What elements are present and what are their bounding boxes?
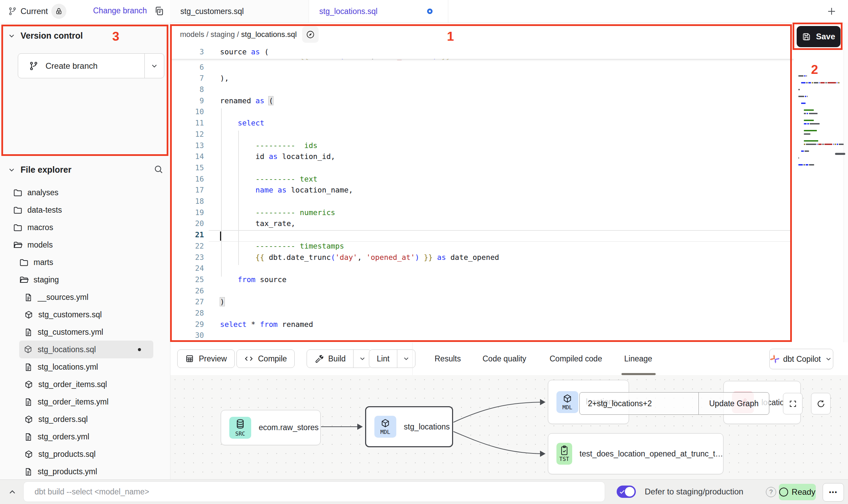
create-branch-button[interactable]: Create branch	[18, 53, 164, 78]
lineage-canvas[interactable]: SRCecom.raw_storesMDLstg_locationsMDLloc…	[170, 375, 848, 479]
help-icon[interactable]: ?	[766, 487, 776, 497]
lineage-node-src[interactable]: SRCecom.raw_stores	[221, 410, 321, 445]
command-input[interactable]: dbt build --select <model_name>	[23, 481, 605, 502]
save-button[interactable]: Save	[797, 26, 840, 47]
lineage-selector-input[interactable]: 2+stg_locations+2	[580, 393, 699, 414]
lineage-node-mdl-main[interactable]: MDLstg_locations	[365, 406, 453, 447]
minimap-line	[807, 113, 808, 114]
file-explorer-header[interactable]: File explorer	[8, 165, 72, 175]
preview-button[interactable]: Preview	[177, 349, 235, 368]
code-editor[interactable]: 5 select * from {{ source('ecom', 'raw_s…	[170, 46, 794, 342]
more-options-button[interactable]: •••	[823, 483, 844, 502]
tab-lineage[interactable]: Lineage	[624, 343, 652, 375]
status-bar: dbt build --select <model_name> Defer to…	[0, 479, 848, 504]
lineage-node-test[interactable]: TSTtest_does_location_opened_at_trunc_t…	[548, 433, 723, 474]
expand-console-button[interactable]	[8, 487, 17, 497]
file-item-stg-products-sql[interactable]: stg_products.sql	[0, 446, 170, 463]
annotation-label-1: 1	[447, 29, 454, 44]
line-number-15: 15	[180, 163, 204, 172]
compile-button[interactable]: Compile	[236, 349, 295, 368]
current-branch-chip[interactable]: Current	[8, 5, 66, 18]
create-branch-dropdown[interactable]	[144, 54, 164, 78]
annotation-label-3: 3	[112, 29, 119, 44]
lint-button[interactable]: Lint	[369, 349, 415, 368]
minimap-line	[809, 113, 818, 114]
editor-minimap[interactable]	[796, 48, 844, 342]
minimap-line	[833, 144, 834, 145]
refresh-button[interactable]	[811, 393, 831, 414]
file-icon	[24, 433, 33, 441]
tab-stg-customers[interactable]: stg_customers.sql	[170, 0, 309, 23]
tab-code-quality[interactable]: Code quality	[483, 343, 526, 375]
minimap-line	[838, 82, 839, 83]
line-number-23: 23	[180, 253, 204, 262]
compile-label: Compile	[258, 354, 287, 363]
code-line-25: from source	[220, 275, 286, 284]
file-item-data-tests[interactable]: data-tests	[0, 201, 170, 219]
line-number-8: 8	[180, 85, 204, 94]
file-item-stg-locations-sql[interactable]: stg_locations.sql	[19, 341, 153, 358]
search-icon[interactable]	[153, 164, 164, 174]
chevron-down-icon	[150, 62, 158, 70]
minimap-line	[801, 150, 804, 152]
file-item-stg-orders-sql[interactable]: stg_orders.sql	[0, 411, 170, 428]
minimap-line	[804, 133, 810, 135]
dbt-copilot-button[interactable]: dbt Copilot	[769, 349, 833, 369]
tab-compiled-code[interactable]: Compiled code	[550, 343, 602, 375]
file-item-stg-order-items-yml[interactable]: stg_order_items.yml	[0, 393, 170, 411]
file-item-stg-orders-yml[interactable]: stg_orders.yml	[0, 428, 170, 446]
update-graph-button[interactable]: Update Graph	[699, 393, 769, 414]
code-line-27: )	[220, 297, 224, 306]
minimap-line	[806, 75, 807, 77]
file-item-stg-customers-yml[interactable]: stg_customers.yml	[0, 323, 170, 341]
breadcrumb-file: stg_locations.sql	[241, 30, 297, 39]
preview-label: Preview	[199, 354, 227, 363]
create-branch-main[interactable]: Create branch	[18, 61, 144, 71]
code-line-14: id as location_id,	[220, 152, 335, 161]
change-branch-link[interactable]: Change branch	[93, 6, 147, 15]
database-badge: SRC	[229, 417, 251, 439]
file-label: macros	[27, 223, 53, 232]
file-label: stg_order_items.sql	[38, 380, 107, 389]
file-item-stg-order-items-sql[interactable]: stg_order_items.sql	[0, 376, 170, 393]
file-item-stg-products-yml[interactable]: stg_products.yml	[0, 463, 170, 480]
code-line-17: name as location_name,	[220, 186, 353, 194]
tab-results[interactable]: Results	[435, 343, 461, 375]
line-number-24: 24	[180, 264, 204, 273]
file-label: __sources.yml	[38, 293, 88, 302]
floppy-disk-icon	[802, 32, 811, 41]
file-item--sources-yml[interactable]: __sources.yml	[0, 289, 170, 306]
line-number-6: 6	[180, 63, 204, 71]
file-item-analyses[interactable]: analyses	[0, 184, 170, 201]
file-label: stg_products.sql	[38, 450, 95, 459]
dbt-ide-app: Current Change branch stg_customers.sql …	[0, 0, 848, 504]
defer-toggle[interactable]	[617, 486, 636, 498]
ready-label: Ready	[792, 487, 815, 497]
code-line-29: select * from renamed	[220, 320, 313, 329]
code-line-13: --------- ids	[220, 141, 318, 150]
minimap-line	[807, 123, 809, 124]
build-button[interactable]: Build	[307, 349, 372, 368]
fullscreen-button[interactable]	[783, 393, 802, 414]
file-item-marts[interactable]: marts	[0, 254, 170, 271]
chevron-down-icon	[359, 355, 366, 362]
file-item-macros[interactable]: macros	[0, 219, 170, 236]
file-item-stg-customers-sql[interactable]: stg_customers.sql	[0, 306, 170, 323]
minimap-line	[825, 82, 827, 83]
file-item-staging[interactable]: staging	[0, 271, 170, 289]
version-control-header[interactable]: Version control	[8, 31, 83, 41]
tab-label: stg_customers.sql	[180, 7, 244, 16]
file-item-models[interactable]: models	[0, 236, 170, 254]
lineage-compass-icon[interactable]	[302, 26, 319, 43]
model-icon	[24, 450, 34, 459]
minimap-line	[818, 144, 822, 145]
new-tab-button[interactable]	[825, 5, 838, 17]
editor-scrollbar[interactable]	[844, 23, 848, 342]
copy-icon[interactable]	[154, 6, 164, 16]
panel-resize-handle[interactable]	[835, 153, 845, 155]
line-number-22: 22	[180, 242, 204, 250]
tab-label: stg_locations.sql	[319, 7, 377, 16]
file-label: stg_customers.sql	[38, 310, 102, 319]
file-item-stg-locations-yml[interactable]: stg_locations.yml	[0, 358, 170, 376]
ready-status-badge[interactable]: Ready	[779, 484, 816, 500]
